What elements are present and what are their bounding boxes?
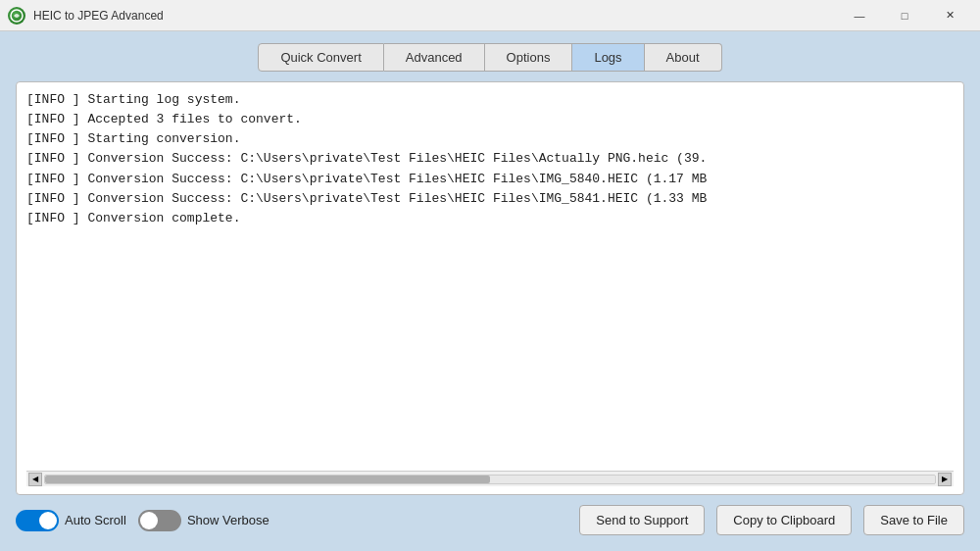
app-icon (8, 7, 25, 25)
copy-to-clipboard-button[interactable]: Copy to Clipboard (716, 505, 852, 535)
log-line: [INFO ] Conversion Success: C:\Users\pri… (26, 170, 954, 189)
tab-about[interactable]: About (645, 43, 722, 72)
horizontal-scrollbar[interactable]: ◀ ▶ (26, 471, 954, 486)
titlebar: HEIC to JPEG Advanced — □ ✕ (0, 0, 980, 31)
save-to-file-button[interactable]: Save to File (863, 505, 964, 535)
show-verbose-knob (140, 512, 158, 529)
show-verbose-track (138, 510, 181, 531)
log-line: [INFO ] Starting log system. (26, 90, 954, 110)
auto-scroll-toggle[interactable] (16, 510, 59, 531)
log-line: [INFO ] Conversion Success: C:\Users\pri… (26, 149, 954, 169)
auto-scroll-track (16, 510, 59, 531)
window-controls: — □ ✕ (837, 0, 972, 31)
bottom-controls: Auto Scroll Show Verbose Send to Support… (16, 505, 964, 535)
auto-scroll-label: Auto Scroll (65, 513, 126, 527)
close-button[interactable]: ✕ (927, 0, 972, 31)
log-line: [INFO ] Accepted 3 files to convert. (26, 110, 954, 129)
send-to-support-button[interactable]: Send to Support (579, 505, 705, 535)
scroll-thumb[interactable] (45, 476, 490, 483)
tab-logs[interactable]: Logs (572, 43, 644, 72)
scroll-right-arrow[interactable]: ▶ (938, 473, 952, 486)
tab-quick-convert[interactable]: Quick Convert (258, 43, 383, 72)
main-content: Quick Convert Advanced Options Logs Abou… (0, 31, 980, 551)
maximize-button[interactable]: □ (882, 0, 927, 31)
minimize-button[interactable]: — (837, 0, 882, 31)
show-verbose-label: Show Verbose (187, 513, 270, 527)
tab-bar: Quick Convert Advanced Options Logs Abou… (16, 43, 964, 72)
tab-options[interactable]: Options (485, 43, 573, 72)
auto-scroll-knob (39, 512, 57, 529)
auto-scroll-group: Auto Scroll (16, 510, 126, 531)
log-container: [INFO ] Starting log system.[INFO ] Acce… (16, 81, 964, 495)
scroll-left-arrow[interactable]: ◀ (28, 473, 42, 486)
log-line: [INFO ] Conversion complete. (26, 209, 954, 228)
window-title: HEIC to JPEG Advanced (33, 9, 837, 23)
log-line: [INFO ] Conversion Success: C:\Users\pri… (26, 189, 954, 209)
show-verbose-toggle[interactable] (138, 510, 181, 531)
log-line: [INFO ] Starting conversion. (26, 129, 954, 149)
scroll-track[interactable] (44, 475, 936, 484)
tab-advanced[interactable]: Advanced (384, 43, 485, 72)
log-content: [INFO ] Starting log system.[INFO ] Acce… (26, 90, 954, 467)
show-verbose-group: Show Verbose (138, 510, 270, 531)
